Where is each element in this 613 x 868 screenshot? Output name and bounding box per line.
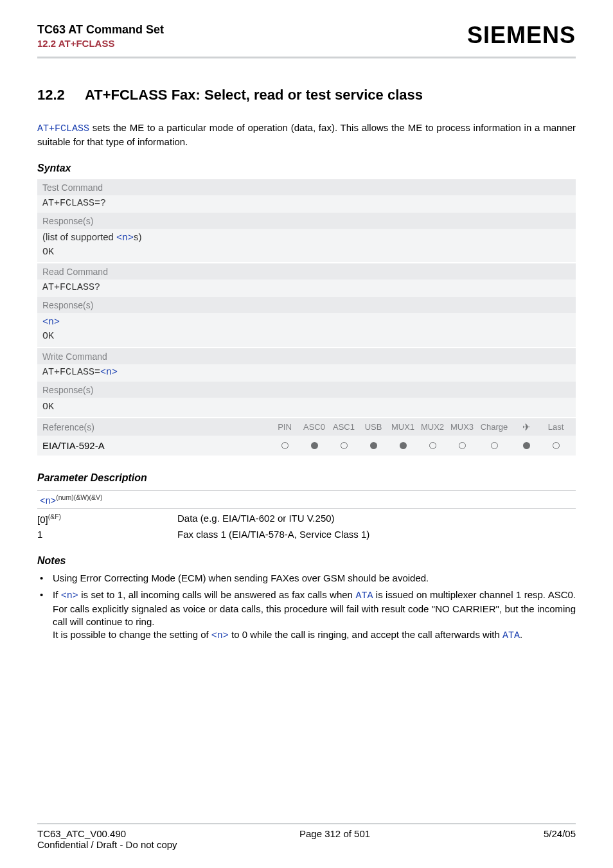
- test-resp-n[interactable]: <n>: [116, 233, 134, 244]
- footer-left: TC63_ATC_V00.490: [37, 828, 126, 839]
- reference-label: Reference(s): [42, 422, 270, 432]
- test-command-header: Test Command: [37, 179, 576, 195]
- write-cmd-n[interactable]: <n>: [100, 367, 118, 378]
- col-asc1: ASC1: [329, 422, 359, 432]
- write-response-header: Response(s): [37, 382, 576, 398]
- test-resp-ok: OK: [42, 247, 54, 258]
- note-1: Using Error Correcting Mode (ECM) when s…: [37, 572, 576, 585]
- col-last: Last: [541, 422, 571, 432]
- test-resp-post: s): [134, 231, 142, 242]
- siemens-logo: SIEMENS: [467, 22, 576, 49]
- col-usb: USB: [359, 422, 388, 432]
- dot-usb: [359, 440, 388, 451]
- write-cmd-pre: AT+FCLASS=: [42, 367, 100, 378]
- dot-pin: [270, 440, 299, 451]
- note2-n-link-1[interactable]: <n>: [61, 590, 78, 601]
- col-pin: PIN: [270, 422, 299, 432]
- read-response-header: Response(s): [37, 297, 576, 313]
- col-mux1: MUX1: [388, 422, 418, 432]
- header-rule: [37, 57, 576, 58]
- reference-header-row: Reference(s) PIN ASC0 ASC1 USB MUX1 MUX2…: [37, 418, 576, 436]
- read-command-header: Read Command: [37, 263, 576, 279]
- col-mux3: MUX3: [447, 422, 477, 432]
- read-resp-ok: OK: [42, 331, 54, 342]
- footer-center: Page 312 of 501: [299, 828, 370, 839]
- read-resp-n[interactable]: <n>: [42, 317, 60, 328]
- intro-paragraph: AT+FCLASS sets the ME to a particular mo…: [37, 121, 576, 148]
- notes-block: Using Error Correcting Mode (ECM) when s…: [37, 572, 576, 642]
- test-response-header: Response(s): [37, 213, 576, 229]
- test-response: (list of supported <n>s) OK: [37, 229, 576, 263]
- param-val-1: Fax class 1 (EIA/TIA-578-A, Service Clas…: [177, 529, 369, 540]
- dot-asc0: [299, 440, 329, 451]
- write-response: OK: [37, 398, 576, 417]
- param-row-1: 1 Fax class 1 (EIA/TIA-578-A, Service Cl…: [37, 529, 576, 540]
- syntax-table: Test Command AT+FCLASS=? Response(s) (li…: [37, 179, 576, 456]
- dot-plane: [511, 440, 541, 451]
- section-heading: 12.2AT+FCLASS Fax: Select, read or test …: [37, 87, 576, 103]
- page-header: TC63 AT Command Set 12.2 AT+FCLASS SIEME…: [37, 22, 576, 49]
- param-tag[interactable]: <n>: [40, 496, 56, 506]
- param-tag-row: <n>(num)(&W)(&V): [37, 490, 576, 509]
- write-command-header: Write Command: [37, 348, 576, 364]
- note2-ata-link-2[interactable]: ATA: [502, 630, 520, 641]
- col-asc0: ASC0: [299, 422, 329, 432]
- page-footer: TC63_ATC_V00.490 Page 312 of 501 5/24/05…: [37, 823, 576, 850]
- footer-right: 5/24/05: [544, 828, 576, 839]
- param-val-0: Data (e.g. EIA/TIA-602 or ITU V.250): [177, 513, 335, 525]
- dot-mux3: [447, 440, 477, 451]
- notes-heading: Notes: [37, 555, 576, 567]
- airplane-icon: ✈: [522, 422, 531, 432]
- param-tag-sup: (num)(&W)(&V): [56, 493, 102, 501]
- reference-value: EIA/TIA-592-A: [42, 440, 270, 451]
- doc-title: TC63 AT Command Set: [37, 23, 164, 37]
- section-title: AT+FCLASS Fax: Select, read or test serv…: [85, 87, 423, 103]
- col-plane: ✈: [511, 422, 541, 432]
- reference-value-row: EIA/TIA-592-A: [37, 436, 576, 456]
- write-command: AT+FCLASS=<n>: [37, 364, 576, 382]
- paramdesc-heading: Parameter Description: [37, 472, 576, 484]
- dot-charge: [477, 440, 511, 451]
- note-2: If <n> is set to 1, all incoming calls w…: [37, 589, 576, 642]
- read-response: <n> OK: [37, 313, 576, 347]
- write-resp-ok: OK: [42, 402, 54, 412]
- col-charge: Charge: [477, 422, 511, 432]
- dot-asc1: [329, 440, 359, 451]
- header-left: TC63 AT Command Set 12.2 AT+FCLASS: [37, 23, 164, 49]
- param-key-0: [0](&F): [37, 513, 177, 525]
- read-command: AT+FCLASS?: [37, 279, 576, 297]
- col-mux2: MUX2: [418, 422, 447, 432]
- test-resp-pre: (list of supported: [42, 231, 116, 242]
- parameter-block: <n>(num)(&W)(&V) [0](&F) Data (e.g. EIA/…: [37, 490, 576, 540]
- section-number: 12.2: [37, 87, 85, 103]
- footer-left2: Confidential / Draft - Do not copy: [37, 839, 576, 850]
- param-key-1: 1: [37, 529, 177, 540]
- doc-subtitle: 12.2 AT+FCLASS: [37, 38, 164, 49]
- dot-mux1: [388, 440, 418, 451]
- dot-last: [541, 440, 571, 451]
- dot-mux2: [418, 440, 447, 451]
- intro-cmd-link[interactable]: AT+FCLASS: [37, 123, 89, 134]
- syntax-heading: Syntax: [37, 163, 576, 174]
- intro-text: sets the ME to a particular mode of oper…: [37, 122, 576, 147]
- note2-n-link-2[interactable]: <n>: [211, 630, 229, 641]
- note2-ata-link-1[interactable]: ATA: [355, 590, 373, 601]
- footer-rule: [37, 823, 576, 824]
- param-row-0: [0](&F) Data (e.g. EIA/TIA-602 or ITU V.…: [37, 513, 576, 525]
- test-command: AT+FCLASS=?: [37, 195, 576, 213]
